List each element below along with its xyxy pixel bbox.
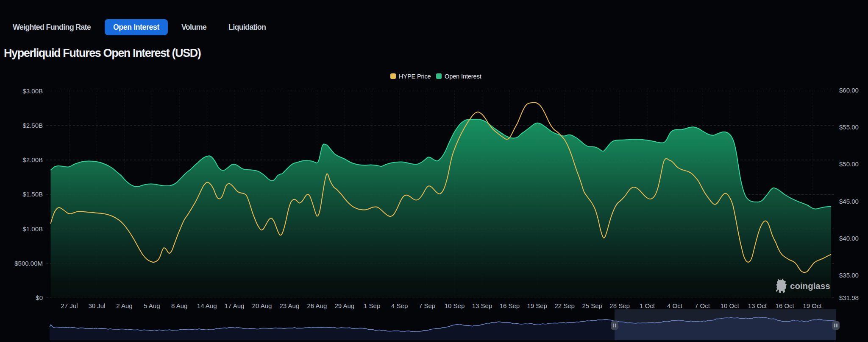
svg-text:16 Oct: 16 Oct	[776, 302, 795, 309]
svg-text:19 Oct: 19 Oct	[803, 302, 822, 309]
svg-text:7 Sep: 7 Sep	[419, 302, 435, 309]
svg-text:$35.00: $35.00	[839, 272, 859, 279]
svg-text:5 Aug: 5 Aug	[144, 302, 160, 309]
svg-text:28 Sep: 28 Sep	[609, 302, 630, 309]
svg-text:14 Aug: 14 Aug	[197, 302, 217, 309]
svg-text:26 Aug: 26 Aug	[307, 302, 327, 309]
svg-text:13 Sep: 13 Sep	[472, 302, 492, 309]
svg-text:17 Aug: 17 Aug	[225, 302, 245, 309]
svg-text:1 Sep: 1 Sep	[364, 302, 380, 309]
svg-text:29 Aug: 29 Aug	[334, 302, 354, 309]
svg-text:$500.00M: $500.00M	[14, 260, 43, 267]
svg-text:1 Oct: 1 Oct	[640, 302, 655, 309]
svg-text:20 Aug: 20 Aug	[252, 302, 272, 309]
svg-text:$60.00: $60.00	[839, 87, 859, 94]
svg-text:8 Aug: 8 Aug	[171, 302, 187, 309]
svg-text:$2.50B: $2.50B	[22, 122, 43, 129]
svg-text:$55.00: $55.00	[839, 123, 859, 131]
svg-text:4 Sep: 4 Sep	[391, 302, 408, 309]
svg-text:$50.00: $50.00	[839, 160, 859, 168]
svg-text:$31.98: $31.98	[839, 294, 859, 301]
svg-text:$3.00B: $3.00B	[22, 87, 43, 95]
svg-text:7 Oct: 7 Oct	[695, 302, 710, 309]
svg-text:4 Oct: 4 Oct	[667, 302, 683, 309]
svg-text:$1.50B: $1.50B	[22, 191, 43, 198]
svg-text:$0: $0	[36, 294, 43, 301]
svg-text:22 Sep: 22 Sep	[554, 302, 575, 309]
svg-text:$1.00B: $1.00B	[22, 225, 43, 233]
svg-text:19 Sep: 19 Sep	[527, 302, 548, 309]
svg-text:10 Sep: 10 Sep	[445, 302, 465, 309]
svg-text:$2.00B: $2.00B	[22, 156, 43, 163]
svg-text:coinglass: coinglass	[790, 281, 830, 291]
svg-text:30 Jul: 30 Jul	[88, 302, 105, 309]
svg-text:25 Sep: 25 Sep	[582, 302, 602, 309]
svg-text:23 Aug: 23 Aug	[280, 302, 300, 309]
svg-text:$45.00: $45.00	[839, 198, 859, 205]
svg-text:16 Sep: 16 Sep	[500, 302, 520, 309]
svg-text:10 Oct: 10 Oct	[721, 302, 740, 309]
svg-text:2 Aug: 2 Aug	[116, 302, 132, 309]
svg-text:27 Jul: 27 Jul	[61, 302, 78, 309]
svg-text:13 Oct: 13 Oct	[748, 302, 767, 309]
svg-text:$40.00: $40.00	[839, 235, 859, 242]
